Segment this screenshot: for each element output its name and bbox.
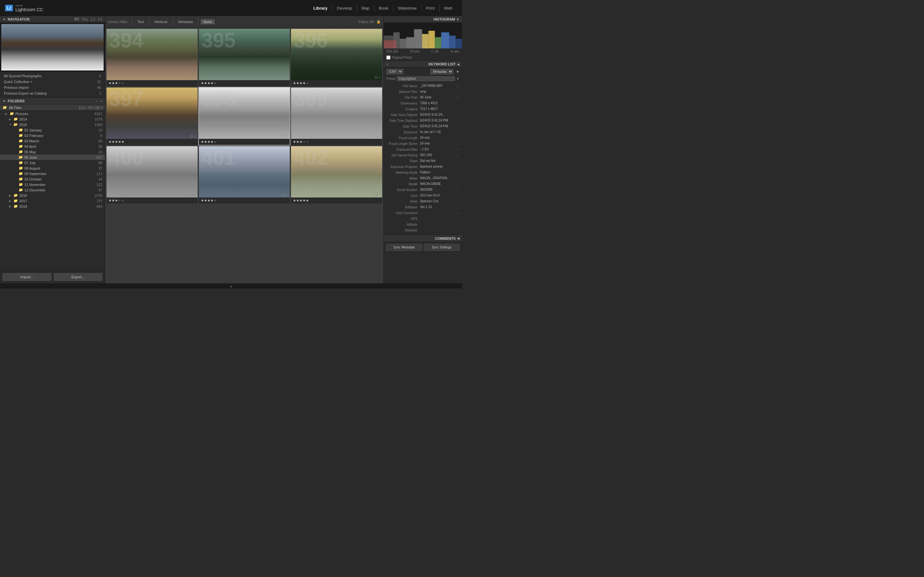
navigator-preview [0,23,105,72]
folder-03-march[interactable]: 📁 03 March 62 [0,138,105,143]
none-filter-btn[interactable]: None [201,19,214,24]
preset-btn[interactable]: ▼ [456,77,459,81]
nav-fit-btn[interactable]: FIT [74,18,79,21]
nav-library[interactable]: Library [309,5,333,12]
folder-05-may[interactable]: 📁 05 May 24 [0,149,105,155]
filter-lock-icon[interactable]: 🔒 [376,19,381,24]
folders-plus-btn[interactable]: + [100,99,102,103]
grid-cell-398[interactable]: 398 ⊡ ⤢ ★★★★★ [199,87,290,145]
metadata-filter-btn[interactable]: Metadata [176,19,195,24]
catalog-quick-collection[interactable]: Quick Collection + 22 [0,79,105,85]
grid-cell-397[interactable]: 397 ⊡ ⤢ ★★★★★ [107,87,198,145]
2016-name: 2016 [19,193,95,197]
attribute-filter-btn[interactable]: Attribute [152,19,170,24]
grid-cell-401[interactable]: 401 ⊡ ⤢ ★★★★★ [199,146,290,203]
nav-map[interactable]: Map [357,5,375,12]
nav-web[interactable]: Web [439,5,457,12]
nav-print[interactable]: Print [422,5,439,12]
folders-panel-header[interactable]: ▼ Folders − + [0,97,105,105]
meta-exposure: Exposure ⅓ sec at f / 16 [384,129,462,135]
pictures-count: 6167 [95,112,102,116]
grid-cell-400[interactable]: 400 ⊡ ⤢ ★★★★★ [107,146,198,203]
meta-eb-btn[interactable]: → [456,147,459,151]
meta-filename-btn[interactable]: → [456,84,459,87]
folder-01-january[interactable]: 📁 01 January 13 [0,127,105,133]
navigator-controls: FIT FILL 1:1 2:1 [74,18,102,21]
nav-book[interactable]: Book [375,5,393,12]
folder-11-november[interactable]: 📁 11 November 222 [0,182,105,187]
export-button[interactable]: Export... [54,273,103,281]
all-files-label: All Files [9,106,79,110]
grid-cell-396[interactable]: 396 ⊡ ⤢ ★★★★★ [291,29,382,86]
folder-2014[interactable]: ▶ 📁 2014 1079 [0,116,105,122]
folders-minus-btn[interactable]: − [95,99,97,103]
bottom-arrow[interactable]: ▲ [0,284,462,288]
meta-dto-label: Date Time Original [386,113,420,117]
catalog-all-synced[interactable]: All Synced Photographs 0 [0,73,105,79]
folder-2016[interactable]: ▶ 📁 2016 2175 [0,193,105,198]
folder-2017[interactable]: ▶ 📁 2017 737 [0,198,105,203]
cell-icons-399: ⊡ ⤢ [375,134,381,138]
folder-10-october[interactable]: 📁 10 October 14 [0,176,105,182]
2018-expand: ▶ [9,205,12,208]
nav-slideshow[interactable]: Slideshow [393,5,422,12]
folder-2018[interactable]: ▶ 📁 2018 806 [0,203,105,209]
2015-folder-icon: 📂 [13,122,18,127]
folder-2015[interactable]: ▼ 📂 2015 1300 [0,122,105,127]
nav-2to1-btn[interactable]: 2:1 [98,18,102,21]
svg-rect-2 [400,39,406,48]
meta-filepath-btn[interactable]: → [456,95,459,99]
folder-09-september[interactable]: 📁 09 September 117 [0,171,105,176]
photo-396 [291,29,382,80]
all-files-bar[interactable]: 📁 All Files 111 / 751 GB ▾ [0,105,105,111]
meta-artist: Artist Spencer Cox [384,199,462,205]
folder-06-june[interactable]: 📂 06 June 627 [0,155,105,160]
photo-397 [107,87,198,139]
folder-12-december[interactable]: 📁 12 December 57 [0,187,105,193]
folder-07-july[interactable]: 📁 07 July 86 [0,160,105,165]
metadata-select[interactable]: Metadata [430,69,453,74]
grid-cell-399[interactable]: 399 ⊡ ⤢ ★★★★★ [291,87,382,145]
cell-icons-400: ⊡ ⤢ [190,193,196,197]
exif-select[interactable]: EXIF [386,69,403,74]
folder-02-february[interactable]: 📁 02 February 6 [0,133,105,138]
nav-1to1-btn[interactable]: 1:1 [91,18,95,21]
navigator-panel-header[interactable]: ▼ Navigator FIT FILL 1:1 2:1 [0,16,105,23]
keyword-list-plus[interactable]: + [386,62,388,66]
sync-metadata-btn[interactable]: Sync Metadata [386,244,422,251]
cell-stars-399: ★★★★★ [291,139,382,145]
import-button[interactable]: Import... [3,273,51,281]
comments-header[interactable]: Comments ◀ [384,235,462,242]
preset-input[interactable] [397,76,455,81]
catalog-previous-import[interactable]: Previous Import 45 [0,85,105,90]
grid-cell-394[interactable]: 394 ⊡ ⤢ ★★★★★ [107,29,198,86]
meta-serial-btn[interactable]: → [456,188,459,191]
meta-iso-btn[interactable]: → [456,153,459,157]
folder-pictures[interactable]: ▶ 📁 Pictures 6167 [0,111,105,116]
nav-develop[interactable]: Develop [333,5,357,12]
text-filter-btn[interactable]: Text [135,19,146,24]
photo-398 [199,87,290,139]
filter-divider-2 [149,19,149,25]
nav-fill-btn[interactable]: FILL [82,18,88,21]
meta-filepath: File Path 06 June → [384,95,462,101]
topbar: Lr Adobe Lightroom CC Library Develop Ma… [0,0,462,16]
catalog-previous-export[interactable]: Previous Export as Catalog 1 [0,90,105,96]
all-files-dropdown[interactable]: ▾ [101,106,102,109]
grid-cell-402[interactable]: 402 ⊡ ⤢ ★★★★★ [291,146,382,203]
meta-uc-btn[interactable]: → [456,211,459,214]
cell-stars-395: ★★★★★ [199,80,290,86]
sync-settings-btn[interactable]: Sync Settings [424,244,459,251]
panel-bottom-buttons: Import... Export... [0,270,105,284]
folder-08-august[interactable]: 📁 08 August 37 [0,165,105,171]
previous-export-label: Previous Export as Catalog [4,91,99,95]
original-photo-checkbox[interactable] [386,55,391,60]
histogram-header[interactable]: Histogram ▼ [384,16,462,23]
folder-04-april[interactable]: 📁 04 April 35 [0,143,105,149]
rotate-icon-398: ⊡ [282,134,285,138]
cell-icons-394: ⊡ ⤢ [190,76,196,79]
adobe-label: Adobe [15,4,43,7]
nov-name: 11 November [24,183,97,187]
grid-cell-395[interactable]: 395 ⊡ ⤢ ★★★★★ [199,29,290,86]
keyword-list-header[interactable]: + Keyword List ◀ [384,61,462,68]
